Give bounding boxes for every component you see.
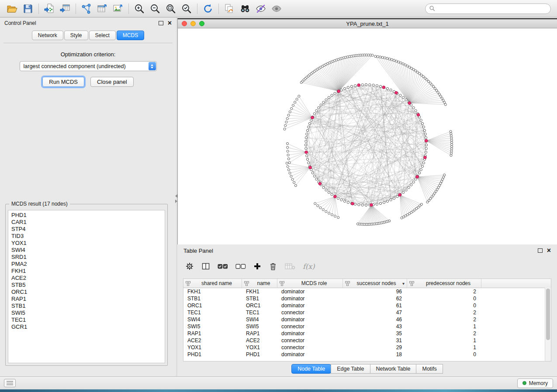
table-scrollbar-thumb[interactable]	[546, 289, 550, 340]
clear-table-icon[interactable]	[285, 263, 295, 270]
maximize-window-icon[interactable]	[199, 21, 204, 26]
table-row[interactable]: STB1STB1dominator620	[183, 295, 551, 302]
network-canvas[interactable]	[178, 28, 557, 244]
splitter-collapse-icons[interactable]	[175, 194, 177, 203]
mcds-result-item[interactable]: STP4	[11, 226, 165, 233]
mcds-result-item[interactable]: SRD1	[11, 254, 165, 261]
tab-node-table[interactable]: Node Table	[291, 364, 331, 374]
copy-network-icon[interactable]	[221, 2, 237, 15]
run-mcds-button[interactable]: Run MCDS	[42, 77, 84, 87]
show-hidden-eye-icon[interactable]	[269, 2, 284, 15]
table-row[interactable]: PHD1PHD1dominator180	[183, 351, 551, 358]
mcds-result-item[interactable]: ORC1	[11, 289, 165, 296]
mcds-result-item[interactable]: PMA2	[11, 261, 165, 268]
new-network-icon[interactable]	[79, 2, 94, 15]
table-toolbar: f(x)	[177, 257, 557, 276]
tab-style[interactable]: Style	[64, 31, 88, 40]
sort-caret-icon[interactable]: ▾	[402, 281, 405, 286]
status-bar: Memory	[0, 376, 557, 389]
tab-mcds[interactable]: MCDS	[117, 31, 144, 40]
table-row[interactable]: ORC1ORC1dominator610	[183, 302, 551, 309]
column-header-successor-nodes[interactable]: successor nodes▾	[343, 279, 407, 288]
table-row[interactable]: RAP1RAP1dominator352	[183, 330, 551, 337]
close-window-icon[interactable]	[182, 21, 187, 26]
table-panel: Table Panel ×	[177, 244, 557, 376]
mcds-result-item[interactable]: YOX1	[11, 240, 165, 247]
network-graph[interactable]	[178, 28, 556, 244]
tab-divider	[3, 43, 173, 43]
search-box[interactable]	[425, 3, 551, 14]
mcds-result-item[interactable]: STB1	[11, 303, 165, 309]
mcds-result-item[interactable]: TID3	[11, 233, 165, 240]
mcds-result-item[interactable]: TEC1	[11, 316, 165, 323]
tab-select[interactable]: Select	[89, 31, 116, 40]
zoom-out-icon[interactable]	[147, 2, 163, 15]
binoculars-icon[interactable]	[237, 2, 253, 15]
network-window-titlebar[interactable]: YPA_prune.txt_1	[178, 19, 557, 28]
zoom-selected-icon[interactable]	[179, 2, 194, 15]
panel-splitter[interactable]	[176, 17, 177, 376]
mcds-result-item[interactable]: GCR1	[11, 323, 165, 330]
select-all-icon[interactable]	[218, 263, 228, 270]
memory-button[interactable]: Memory	[517, 378, 553, 388]
zoom-fit-icon[interactable]	[163, 2, 179, 15]
float-panel-icon[interactable]	[159, 21, 163, 25]
minimize-window-icon[interactable]	[190, 21, 196, 26]
memory-button-label: Memory	[529, 380, 548, 386]
control-panel-title: Control Panel	[4, 20, 36, 26]
tab-network-table[interactable]: Network Table	[370, 364, 417, 374]
table-row[interactable]: SWI4SWI4dominator462	[183, 316, 551, 323]
import-table-file-icon[interactable]	[57, 2, 73, 15]
criterion-dropdown[interactable]: largest connected component (undirected)	[20, 61, 157, 71]
mcds-result-item[interactable]: PHD1	[11, 212, 165, 219]
table-row[interactable]: FKH1FKH1dominator962	[183, 288, 551, 295]
zoom-in-icon[interactable]	[131, 2, 147, 15]
mcds-result-item[interactable]: CAR1	[11, 219, 165, 226]
tab-motifs[interactable]: Motifs	[416, 364, 443, 374]
hide-selected-eye-icon[interactable]	[253, 2, 269, 15]
close-panel-icon[interactable]: ×	[168, 20, 172, 27]
float-table-panel-icon[interactable]	[538, 248, 543, 253]
mcds-result-item[interactable]: SWI4	[11, 247, 165, 254]
tab-network[interactable]: Network	[32, 31, 63, 40]
column-header-shared-name[interactable]: shared name	[183, 279, 242, 288]
table-scrollbar[interactable]	[545, 288, 551, 361]
function-builder-icon[interactable]: f(x)	[303, 262, 315, 271]
node-table-body: FKH1FKH1dominator962STB1STB1dominator620…	[183, 288, 551, 358]
mcds-result-item[interactable]: ACE2	[11, 275, 165, 282]
deselect-all-icon[interactable]	[235, 263, 246, 270]
mcds-result-item[interactable]: STB5	[11, 282, 165, 289]
column-header-name[interactable]: name	[242, 279, 277, 288]
mcds-result-list[interactable]: PHD1CAR1STP4TID3YOX1SWI4SRD1PMA2FKH1ACE2…	[8, 210, 165, 363]
table-row[interactable]: YOX1YOX1connector291	[183, 344, 551, 351]
status-menu-icon[interactable]	[4, 379, 16, 387]
close-table-panel-icon[interactable]: ×	[547, 247, 551, 254]
tab-edge-table[interactable]: Edge Table	[331, 364, 370, 374]
mcds-result-item[interactable]: FKH1	[11, 268, 165, 275]
table-row[interactable]: TEC1TEC1connector472	[183, 309, 551, 316]
delete-row-trash-icon[interactable]	[269, 262, 277, 271]
refresh-icon[interactable]	[200, 2, 216, 15]
mcds-result-fieldset: MCDS result (17 nodes) PHD1CAR1STP4TID3Y…	[5, 204, 168, 366]
desktop-wallpaper-strip	[0, 389, 557, 392]
search-input[interactable]	[438, 5, 547, 12]
show-columns-icon[interactable]	[201, 262, 210, 271]
close-panel-button[interactable]: Close panel	[90, 77, 134, 87]
export-image-icon[interactable]	[110, 2, 126, 15]
column-header-predecessor-nodes[interactable]: predecessor nodes	[407, 279, 481, 288]
new-table-icon[interactable]	[94, 2, 110, 15]
mcds-result-item[interactable]: SWI5	[11, 309, 165, 316]
main-toolbar	[0, 0, 557, 17]
add-row-plus-icon[interactable]	[253, 262, 261, 270]
table-options-gear-icon[interactable]	[185, 262, 194, 271]
network-window: YPA_prune.txt_1	[177, 18, 557, 244]
table-row[interactable]: SWI5SWI5connector431	[183, 323, 551, 330]
import-network-file-icon[interactable]	[42, 2, 57, 15]
table-row[interactable]: ACE2ACE2connector311	[183, 337, 551, 344]
criterion-dropdown-value: largest connected component (undirected)	[20, 63, 147, 69]
open-folder-icon[interactable]	[4, 2, 20, 15]
mcds-result-item[interactable]: RAP1	[11, 296, 165, 303]
column-header-MCDS-role[interactable]: MCDS role	[277, 279, 343, 288]
control-panel: Control Panel × NetworkStyleSelectMCDS O…	[0, 17, 176, 376]
save-icon[interactable]	[20, 2, 36, 15]
